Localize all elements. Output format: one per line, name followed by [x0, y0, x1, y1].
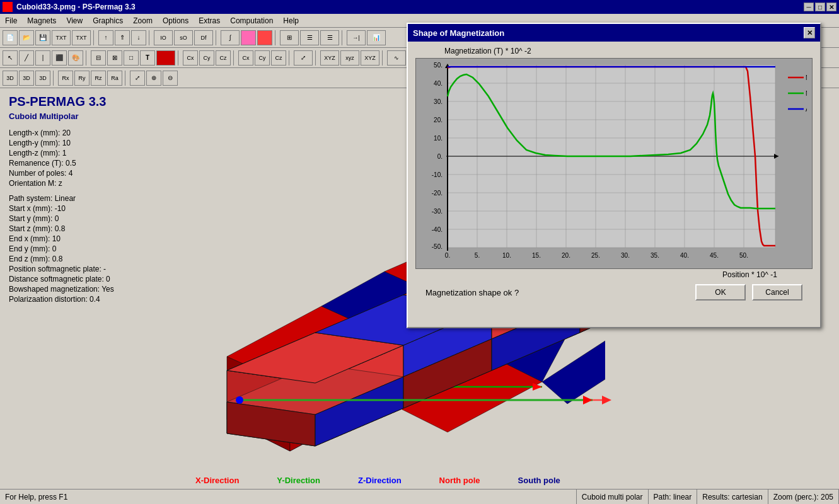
- toolbar-sep-5: [342, 30, 344, 45]
- tb-grid3[interactable]: ⊠: [107, 50, 122, 66]
- tb-open[interactable]: 📂: [19, 30, 34, 45]
- minimize-button[interactable]: ─: [804, 3, 814, 11]
- legend-north: North pole: [439, 476, 480, 485]
- svg-text:-40.: -40.: [432, 226, 443, 233]
- tb-3d2[interactable]: 3D: [19, 71, 34, 86]
- info-panel: PS-PERMAG 3.3 Cuboid Multipolar Length-x…: [0, 88, 176, 489]
- tb-cx[interactable]: Cx: [183, 50, 198, 66]
- tb-arr[interactable]: →|: [347, 30, 366, 45]
- tb-xyz3[interactable]: XYZ: [361, 50, 379, 66]
- svg-text:40.: 40.: [434, 80, 443, 87]
- tb-box[interactable]: □: [124, 50, 139, 66]
- tb-df[interactable]: Df: [194, 30, 213, 45]
- toolbar-sep-10: [315, 50, 318, 66]
- svg-text:Abs(M) [T]: Abs(M) [T]: [806, 106, 807, 113]
- legend-y: Y-Direction: [277, 476, 320, 485]
- tb-fit2[interactable]: ⤢: [130, 71, 145, 86]
- tb-cz[interactable]: Cz: [216, 50, 231, 66]
- tb-3d3[interactable]: 3D: [35, 71, 50, 86]
- ok-button[interactable]: OK: [695, 284, 746, 301]
- tb-up[interactable]: ↑: [98, 30, 113, 45]
- tb-pink[interactable]: [241, 30, 256, 45]
- toolbar-sep-13: [125, 71, 127, 86]
- tb-line[interactable]: ╱: [19, 50, 34, 66]
- maximize-button[interactable]: □: [815, 3, 825, 11]
- tb-rz[interactable]: Rz: [91, 71, 106, 86]
- app-title: PS-PERMAG 3.3: [9, 94, 168, 109]
- tb-cy[interactable]: Cy: [199, 50, 214, 66]
- tb-text1[interactable]: TXT: [52, 30, 71, 45]
- tb-cy2[interactable]: Cy: [255, 50, 270, 66]
- toolbar-sep-4: [275, 30, 277, 45]
- tb-T[interactable]: T: [140, 50, 155, 66]
- toolbar-sep-12: [53, 71, 55, 86]
- tb-down[interactable]: ↓: [131, 30, 146, 45]
- menu-options[interactable]: Options: [158, 14, 194, 27]
- tb-rx[interactable]: Rx: [58, 71, 73, 86]
- tb-wave1[interactable]: ∿: [387, 50, 406, 66]
- menu-zoom[interactable]: Zoom: [128, 14, 158, 27]
- tb-fit[interactable]: ⤢: [294, 50, 313, 66]
- tb-cz2[interactable]: Cz: [271, 50, 286, 66]
- tb-so[interactable]: sO: [174, 30, 193, 45]
- svg-text:50.: 50.: [434, 62, 443, 69]
- svg-text:My or Mphi [T]: My or Mphi [T]: [806, 90, 807, 97]
- status-mode: Cuboid multi polar: [577, 490, 649, 504]
- tb-ry[interactable]: Ry: [74, 71, 90, 86]
- tb-xyz2[interactable]: xyz: [340, 50, 359, 66]
- menu-help[interactable]: Help: [278, 14, 304, 27]
- chart-area: 50. 40. 30. 20. 10. 0. -10. -20. -30. -4…: [415, 58, 813, 269]
- tb-xyz[interactable]: XYZ: [320, 50, 339, 66]
- tb-color[interactable]: ⬛: [52, 50, 67, 66]
- menu-computation[interactable]: Computation: [225, 14, 278, 27]
- tb-cursor[interactable]: ↖: [3, 50, 18, 66]
- menu-view[interactable]: View: [61, 14, 88, 27]
- tb-func[interactable]: ∫: [221, 30, 240, 45]
- param-polarization: Polarizaation distortion: 0.4: [9, 295, 168, 304]
- svg-text:20.: 20.: [562, 252, 570, 259]
- svg-text:-30.: -30.: [432, 208, 443, 215]
- dialog-footer: Magnetization shape ok ? OK Cancel: [413, 279, 815, 303]
- svg-text:20.: 20.: [434, 117, 443, 123]
- legend-z: Z-Direction: [358, 476, 402, 485]
- window-title: Cuboid33-3.pmg - PS-Permag 3.3: [16, 3, 804, 11]
- tb-grid[interactable]: ⊞: [280, 30, 299, 45]
- app-subtitle: Cuboid Multipolar: [9, 112, 168, 121]
- tb-3d1[interactable]: 3D: [3, 71, 18, 86]
- tb-cx2[interactable]: Cx: [238, 50, 253, 66]
- menu-graphics[interactable]: Graphics: [88, 14, 128, 27]
- cancel-button[interactable]: Cancel: [752, 284, 802, 301]
- tb-red2[interactable]: [156, 50, 175, 66]
- menu-file[interactable]: File: [0, 14, 22, 27]
- param-start-x: Start x (mm): -10: [9, 204, 168, 213]
- tb-bar[interactable]: |: [35, 50, 50, 66]
- toolbar-sep-2: [149, 30, 151, 45]
- tb-up2[interactable]: ⇑: [115, 30, 130, 45]
- tb-fit4[interactable]: ⊖: [163, 71, 178, 86]
- param-orientation: Orientation M: z: [9, 179, 168, 188]
- tb-red[interactable]: [257, 30, 272, 45]
- tb-list[interactable]: ☰: [300, 30, 319, 45]
- tb-text2[interactable]: TXT: [72, 30, 91, 45]
- dialog-content: Magnetization (T) * 10^ -2: [408, 42, 820, 308]
- menu-extras[interactable]: Extras: [194, 14, 225, 27]
- tb-io[interactable]: IO: [154, 30, 173, 45]
- param-end-x: End x (mm): 10: [9, 234, 168, 243]
- dialog-close-button[interactable]: ✕: [804, 27, 815, 38]
- svg-text:0.: 0.: [445, 252, 450, 259]
- toolbar-sep-6: [86, 50, 88, 66]
- menu-magnets[interactable]: Magnets: [22, 14, 61, 27]
- tb-new[interactable]: 📄: [3, 30, 18, 45]
- tb-ra[interactable]: Ra: [107, 71, 122, 86]
- tb-list2[interactable]: ☰: [320, 30, 339, 45]
- tb-palette[interactable]: 🎨: [68, 50, 83, 66]
- tb-fit3[interactable]: ⊕: [146, 71, 161, 86]
- param-section-path: Path system: Linear Start x (mm): -10 St…: [9, 194, 168, 304]
- svg-text:25.: 25.: [591, 252, 600, 259]
- close-button[interactable]: ✕: [826, 3, 836, 11]
- svg-text:0.: 0.: [437, 153, 443, 160]
- title-bar: Cuboid33-3.pmg - PS-Permag 3.3 ─ □ ✕: [0, 0, 839, 14]
- tb-save[interactable]: 💾: [35, 30, 50, 45]
- tb-grid2[interactable]: ⊟: [91, 50, 106, 66]
- tb-chart[interactable]: 📊: [367, 30, 386, 45]
